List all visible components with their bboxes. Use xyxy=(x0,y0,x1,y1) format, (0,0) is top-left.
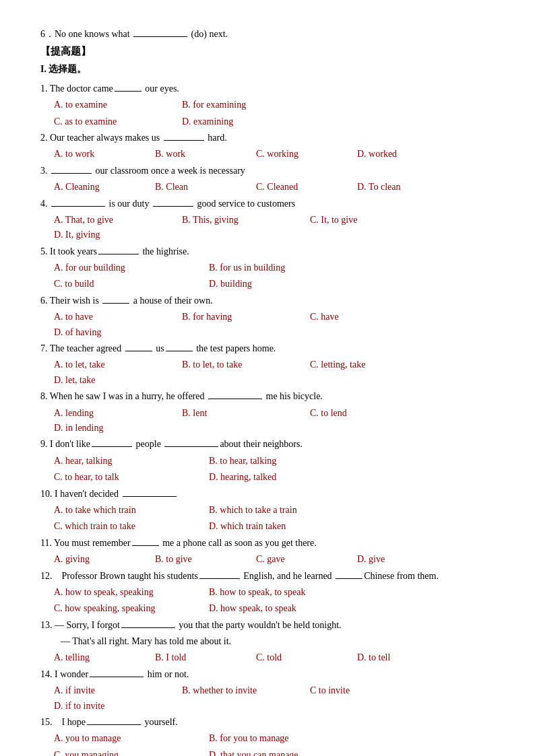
q8-optC[interactable]: C. to lend xyxy=(310,406,431,421)
q9-optA[interactable]: A. hear, talking xyxy=(54,454,202,469)
q12-optC[interactable]: C. how speaking, speaking xyxy=(54,601,202,616)
q3-optD[interactable]: D. To clean xyxy=(357,180,451,195)
question-9: 9. I don't like people about their neigh… xyxy=(40,437,495,452)
section-label: 【提高题】 xyxy=(40,43,495,59)
q9-optD[interactable]: D. hearing, talked xyxy=(209,470,357,485)
question-10: 10. I haven't decided xyxy=(40,487,495,502)
q12-options: A. how to speak, speaking B. how to spea… xyxy=(40,585,495,600)
q6-optD[interactable]: D. of having xyxy=(54,325,175,340)
q8-optD[interactable]: D. in lending xyxy=(54,421,175,436)
q12-optA[interactable]: A. how to speak, speaking xyxy=(54,585,202,600)
q11-options: A. giving B. to give C. gave D. give xyxy=(40,552,495,567)
q1-optD[interactable]: D. examining xyxy=(182,114,303,129)
q15-options: A. you to manage B. for you to manage xyxy=(40,731,495,746)
question-5: 5. It took years the highrise. xyxy=(40,244,495,259)
q6-line: 6．No one knows what (do) next. xyxy=(40,27,495,42)
q5-optD[interactable]: D. building xyxy=(209,277,357,291)
q7-optD[interactable]: D. let, take xyxy=(54,373,175,388)
q3-optA[interactable]: A. Cleaning xyxy=(54,180,148,195)
q2-optC[interactable]: C. working xyxy=(256,147,350,162)
q13-optD[interactable]: D. to tell xyxy=(357,650,451,665)
q15-optD[interactable]: D. that you can manage xyxy=(209,748,357,756)
question-3: 3. our classroom once a week is necessar… xyxy=(40,164,495,178)
q9-optB[interactable]: B. to hear, talking xyxy=(209,454,357,469)
q15-optB[interactable]: B. for you to manage xyxy=(209,731,357,746)
q7-optC[interactable]: C. letting, take xyxy=(310,357,431,372)
q14-optB[interactable]: B. whether to invite xyxy=(182,683,303,698)
q15-optC[interactable]: C. you managing xyxy=(54,748,202,756)
q14-optD[interactable]: D. if to invite xyxy=(54,699,175,714)
q10-optB[interactable]: B. which to take a train xyxy=(209,503,357,518)
q2-optD[interactable]: D. worked xyxy=(357,147,451,162)
q7-optA[interactable]: A. to let, take xyxy=(54,357,175,372)
q9-options2: C. to hear, to talk D. hearing, talked xyxy=(40,470,495,485)
q13-dialogue2: — That's all right. Mary has told me abo… xyxy=(40,634,495,649)
q14-optC[interactable]: C to invite xyxy=(310,683,431,698)
q7-options: A. to let, take B. to let, to take C. le… xyxy=(40,357,495,388)
q1-options: A. to examine B. for examining xyxy=(40,98,495,112)
q12-optD[interactable]: D. how speak, to speak xyxy=(209,601,357,616)
q11-optA[interactable]: A. giving xyxy=(54,552,148,567)
q1-options2: C. as to examine D. examining xyxy=(40,114,495,129)
q7-optB[interactable]: B. to let, to take xyxy=(182,357,303,372)
q8-optB[interactable]: B. lent xyxy=(182,406,303,421)
q6-optB[interactable]: B. for having xyxy=(182,310,303,324)
q15-optA[interactable]: A. you to manage xyxy=(54,731,202,746)
q2-optA[interactable]: A. to work xyxy=(54,147,148,162)
q4-optB[interactable]: B. This, giving xyxy=(182,213,303,228)
q4-optD[interactable]: D. It, giving xyxy=(54,228,175,242)
q1-optB[interactable]: B. for examining xyxy=(182,98,303,112)
q13-optC[interactable]: C. told xyxy=(256,650,350,665)
q2-optB[interactable]: B. work xyxy=(155,147,249,162)
q3-options: A. Cleaning B. Clean C. Cleaned D. To cl… xyxy=(40,180,495,195)
q1-optC[interactable]: C. as to examine xyxy=(54,114,175,129)
question-12: 12. Professor Brown taught his students … xyxy=(40,569,495,584)
q3-optC[interactable]: C. Cleaned xyxy=(256,180,350,195)
q10-options2: C. which train to take D. which train ta… xyxy=(40,519,495,534)
q10-optD[interactable]: D. which train taken xyxy=(209,519,357,534)
q5-options2: C. to build D. building xyxy=(40,277,495,291)
question-11: 11. You must remember me a phone call as… xyxy=(40,536,495,551)
q6-optA[interactable]: A. to have xyxy=(54,310,175,324)
question-13: 13. — Sorry, I forgot you that the party… xyxy=(40,618,495,633)
q13-optA[interactable]: A. telling xyxy=(54,650,148,665)
q8-options: A. lending B. lent C. to lend D. in lend… xyxy=(40,406,495,436)
q10-optC[interactable]: C. which train to take xyxy=(54,519,202,534)
q5-optC[interactable]: C. to build xyxy=(54,277,202,291)
q14-optA[interactable]: A. if invite xyxy=(54,683,175,698)
q6-blank xyxy=(133,36,187,37)
q13-optB[interactable]: B. I told xyxy=(155,650,249,665)
question-15: 15. I hope yourself. xyxy=(40,715,495,730)
question-1: 1. The doctor came our eyes. xyxy=(40,81,495,96)
question-2: 2. Our teacher always makes us hard. xyxy=(40,131,495,145)
question-4: 4. is our duty good service to customers xyxy=(40,197,495,211)
question-14: 14. I wonder him or not. xyxy=(40,667,495,682)
q5-optB[interactable]: B. for us in building xyxy=(209,261,357,275)
q11-optB[interactable]: B. to give xyxy=(155,552,249,567)
question-6: 6. Their wish is a house of their own. xyxy=(40,294,495,308)
q9-options: A. hear, talking B. to hear, talking xyxy=(40,454,495,469)
q14-options: A. if invite B. whether to invite C to i… xyxy=(40,683,495,714)
q4-optC[interactable]: C. It, to give xyxy=(310,213,431,228)
page-content: 6．No one knows what (do) next. 【提高题】 I. … xyxy=(40,27,495,756)
q15-options2: C. you managing D. that you can manage xyxy=(40,748,495,756)
q3-optB[interactable]: B. Clean xyxy=(155,180,249,195)
q6-text: 6．No one knows what (do) next. xyxy=(40,29,228,39)
question-8: 8. When he saw I was in a hurry, he offe… xyxy=(40,389,495,404)
q6-options: A. to have B. for having C. have D. of h… xyxy=(40,310,495,340)
q1-optA[interactable]: A. to examine xyxy=(54,98,175,112)
q12-options2: C. how speaking, speaking D. how speak, … xyxy=(40,601,495,616)
q6-optC[interactable]: C. have xyxy=(310,310,431,324)
q4-options: A. That, to give B. This, giving C. It, … xyxy=(40,213,495,243)
q5-options: A. for our building B. for us in buildin… xyxy=(40,261,495,275)
q10-optA[interactable]: A. to take which train xyxy=(54,503,202,518)
q9-optC[interactable]: C. to hear, to talk xyxy=(54,470,202,485)
q12-optB[interactable]: B. how to speak, to speak xyxy=(209,585,357,600)
q8-optA[interactable]: A. lending xyxy=(54,406,175,421)
q5-optA[interactable]: A. for our building xyxy=(54,261,202,275)
q11-optC[interactable]: C. gave xyxy=(256,552,350,567)
q2-options: A. to work B. work C. working D. worked xyxy=(40,147,495,162)
q11-optD[interactable]: D. give xyxy=(357,552,451,567)
q4-optA[interactable]: A. That, to give xyxy=(54,213,175,228)
q13-options: A. telling B. I told C. told D. to tell xyxy=(40,650,495,665)
